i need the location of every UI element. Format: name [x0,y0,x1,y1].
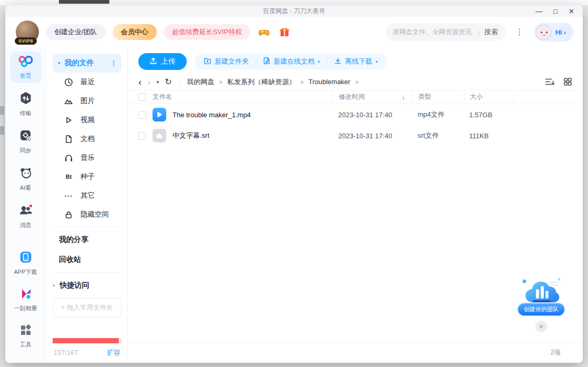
caret-down-icon[interactable]: ▾ [58,60,60,66]
breadcrumb-item[interactable]: 私发系列（稀缺资源） [227,77,296,87]
hi-label: Hi [555,28,562,36]
title-bar[interactable]: 百度网盘 · 刀刀大表哥 — □ ✕ [5,5,583,17]
rail-item-app-download[interactable]: APP下载 [10,247,42,279]
grid-view-icon[interactable] [563,77,572,86]
storage-used-label: 15T/16T [54,349,78,356]
new-folder-button[interactable]: 新建文件夹 [204,57,249,66]
header-modified-time[interactable]: 修改时间 [339,93,365,101]
row-checkbox[interactable] [138,111,146,119]
sidebar-item-torrents[interactable]: Bt 种子 [53,167,121,186]
gift-icon[interactable] [278,25,291,39]
breadcrumb-item[interactable]: Troublemaker [308,78,350,86]
table-header: 文件名 修改时间 ↓ 类型 大小 [128,90,583,104]
ai-panda-icon [19,166,33,182]
sidebar-item-recycle-bin[interactable]: 回收站 [53,250,121,270]
svip-promo-button[interactable]: 超值续费延长SVIP特权 [164,24,251,40]
search-button[interactable]: 搜索 [484,27,498,37]
sidebar-item-recent[interactable]: 最近 [53,73,121,91]
history-caret-icon[interactable]: ▾ [157,79,159,85]
gamepad-icon[interactable] [257,25,271,39]
mp4-file-icon [153,108,166,121]
rail-item-label: 传输 [20,109,32,117]
sidebar-item-label: 音乐 [80,153,95,162]
storage-bar-fill [53,338,119,343]
item-count: 2项 [551,348,561,357]
new-doc-icon [263,57,270,66]
file-modified-time: 2023-10-31 17:40 [332,132,412,140]
select-all-checkbox[interactable] [138,93,146,101]
assistant-pill[interactable]: Hi › [534,23,573,42]
upload-button[interactable]: 上传 [138,53,187,70]
background-artifact [0,126,4,135]
rail-item-tools[interactable]: 工具 [10,320,42,352]
maximize-button[interactable]: □ [553,8,557,15]
file-size: 1.57GB [464,111,513,119]
header-spacer [513,90,583,104]
sidebar-item-pictures[interactable]: 图片 [53,91,121,110]
sort-list-icon[interactable] [545,77,555,86]
file-name[interactable]: 中文字幕.srt [173,131,209,140]
image-icon [64,97,73,106]
sync-icon [19,129,33,145]
sidebar-item-label: 图片 [80,96,95,106]
sidebar-item-videos[interactable]: 视频 [53,110,121,129]
window-title: 百度网盘 · 刀刀大表哥 [263,7,326,16]
window-controls: — □ ✕ [535,5,574,17]
clock-icon [64,78,73,87]
caret-down-icon[interactable]: ▾ [53,283,55,288]
create-team-button[interactable]: 创建你的团队 [518,303,564,315]
rail-item-messages[interactable]: 消息 [10,200,42,232]
sidebar-item-documents[interactable]: 文档 [53,129,121,148]
svip-badge: SVIP8 [15,37,37,45]
header-type[interactable]: 类型 [412,90,464,104]
rail-item-ai-view[interactable]: AI看 [10,162,42,195]
my-files-more-icon[interactable]: ⋮ [110,59,117,67]
breadcrumb-separator: > [300,79,303,85]
header-filename[interactable]: 文件名 [153,93,173,101]
sidebar-item-my-files[interactable]: ▾ 我的文件 ⋮ [53,54,121,73]
file-name[interactable]: The trouble maker_1.mp4 [173,111,251,119]
document-icon [64,135,73,144]
file-row[interactable]: 中文字幕.srt 2023-10-31 17:40 srt文件 111KB [128,125,583,146]
banner-close-icon[interactable]: ✕ [535,321,547,332]
file-type: mp4文件 [412,110,464,119]
new-online-doc-button[interactable]: 新建在线文档 ▾ [263,57,320,66]
user-avatar[interactable]: SVIP8 [16,21,39,44]
expand-storage-link[interactable]: 扩容 [107,348,120,358]
minimize-button[interactable]: — [535,8,542,15]
row-checkbox[interactable] [138,132,146,140]
rail-item-transfer[interactable]: 传输 [10,88,42,120]
rail-item-home[interactable]: 首页 [10,52,42,83]
breadcrumb-item[interactable]: 我的网盘 [187,77,215,87]
search-bar[interactable]: | 搜索 [386,23,505,41]
sidebar-item-others[interactable]: ··· 其它 [53,186,121,205]
transfer-icon [19,91,33,107]
refresh-icon[interactable]: ↻ [165,78,171,86]
ellipsis-icon: ··· [64,192,73,200]
member-center-button[interactable]: 会员中心 [113,24,157,40]
sidebar-item-music[interactable]: 音乐 [53,148,121,167]
more-menu-icon[interactable]: ⋮ [512,28,527,36]
forward-icon[interactable]: › [147,77,150,87]
sidebar-item-my-shares[interactable]: 我的分享 [53,230,121,250]
rail-item-label: 同步 [20,147,32,155]
create-enterprise-button[interactable]: 创建企业/团队 [46,24,106,40]
sidebar-item-quick-access[interactable]: ▾ 快捷访问 [53,276,121,295]
rail-item-moment-album[interactable]: 一刻相册 [10,284,42,315]
rail-item-sync[interactable]: 同步 [10,125,42,158]
srt-file-icon [153,129,166,142]
offline-download-button[interactable]: 离线下载 ▾ [334,57,378,66]
storage-section: 15T/16T 扩容 [53,338,121,363]
sidebar: ▾ 我的文件 ⋮ 最近 图片 视频 文档 [46,47,128,363]
breadcrumb: 我的网盘 > 私发系列（稀缺资源） > Troublemaker > [187,77,359,87]
back-icon[interactable]: ‹ [138,77,141,87]
header-size[interactable]: 大小 [464,90,513,104]
search-input[interactable] [393,28,474,36]
sort-desc-icon[interactable]: ↓ [402,93,405,101]
file-row[interactable]: The trouble maker_1.mp4 2023-10-31 17:40… [128,104,583,125]
caret-down-icon: ▾ [318,59,320,64]
favorite-folder-dropzone[interactable]: + 拖入常用文件夹 [53,298,121,318]
close-button[interactable]: ✕ [569,8,574,15]
sidebar-item-hidden-space[interactable]: 隐藏空间 [53,205,121,224]
netdisk-logo-icon [17,55,34,70]
